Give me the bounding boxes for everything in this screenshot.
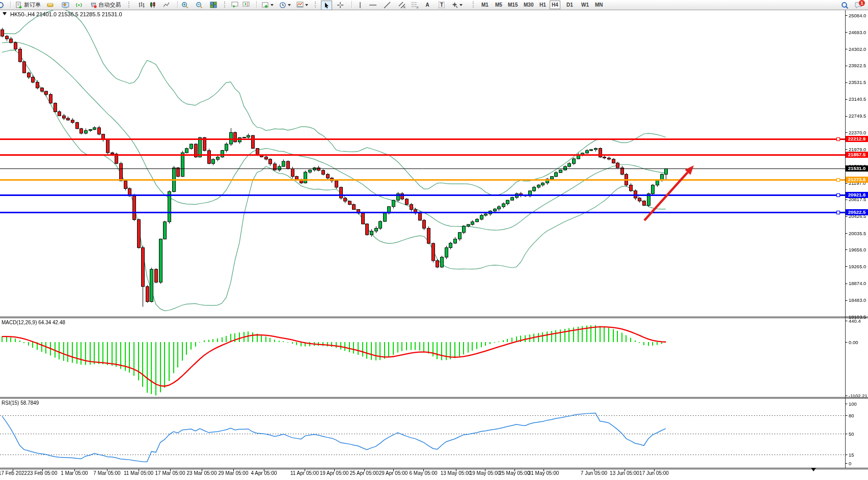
chat-button[interactable]: 1 [853,1,864,10]
zoom-out-button[interactable] [195,1,204,9]
zoom-out-icon [196,2,203,9]
auto-trading-label: 自动交易 [97,1,121,9]
vertical-line-icon [358,2,363,9]
trading-platform-window: 新订单 自动交易 [0,0,868,480]
trendline-tool-button[interactable] [382,1,392,9]
timeframe-button-h1[interactable]: H1 [537,1,548,9]
trendline-icon [384,2,391,9]
timeframe-button-m5[interactable]: M5 [493,1,504,9]
channel-tool-button[interactable]: E [396,1,408,9]
dropdown-arrow-icon [305,4,308,6]
text-label-tool-button[interactable]: T [437,1,446,9]
clock-icon [279,2,286,9]
auto-scroll-button[interactable] [230,1,239,9]
text-label-letter: T [439,2,445,8]
signal-icon [75,2,83,9]
timeframe-button-m15[interactable]: M15 [506,1,520,9]
timeframe-button-w1[interactable]: W1 [579,1,591,9]
chart-canvas[interactable] [0,0,868,480]
timeframe-button-d1[interactable]: D1 [564,1,575,9]
main-toolbar: 新订单 自动交易 [0,0,868,10]
arrows-tool-button[interactable] [450,1,464,9]
text-tool-letter: A [425,2,429,8]
timeframe-button-m1[interactable]: M1 [479,1,491,9]
history-center-button[interactable] [46,1,55,9]
timeframe-button-m30[interactable]: M30 [522,1,535,9]
gold-box-icon [47,2,54,8]
clipped-left-icon[interactable] [0,1,4,9]
vertical-line-tool-button[interactable] [356,1,365,9]
signals-button[interactable] [74,1,84,9]
bar-chart-mode-button[interactable] [137,1,146,9]
equidistant-channel-icon: E [398,2,406,9]
timeframe-button-mn[interactable]: MN [593,1,605,9]
chart-shift-icon [242,2,250,8]
add-indicator-icon [262,2,269,8]
crosshair-icon [337,2,344,9]
horizontal-line-icon [369,3,377,8]
terminal-person-icon [62,2,69,9]
zoom-in-button[interactable] [180,1,189,9]
line-chart-mode-button[interactable] [162,1,171,9]
arrows-shapes-icon [451,2,458,8]
cursor-icon [323,2,330,9]
new-order-icon [15,2,22,9]
tile-windows-button[interactable] [209,1,218,9]
channel-letter: E [403,6,405,9]
fibo-letter: F [417,6,419,9]
candlestick-mode-button[interactable] [148,1,157,9]
ohlc-bars-icon [138,2,145,8]
zoom-in-icon [181,2,188,9]
crosshair-tool-button[interactable] [335,1,345,9]
auto-trading-icon [90,2,97,9]
line-chart-icon [163,2,170,8]
horizontal-line-tool-button[interactable] [368,1,378,9]
dropdown-arrow-icon [270,4,274,6]
timeframe-button-h4[interactable]: H4 [550,1,560,9]
new-order-label: 新订单 [22,1,41,9]
dropdown-arrow-icon [459,4,463,6]
new-order-button[interactable]: 新订单 [13,1,43,9]
candlestick-icon [149,2,156,8]
auto-scroll-icon [231,2,238,8]
chat-badge: 1 [859,0,865,6]
indicators-menu-button[interactable] [261,1,274,9]
text-tool-button[interactable]: A [423,1,432,9]
search-button[interactable] [839,1,850,10]
fibonacci-tool-button[interactable]: F [410,1,421,9]
cursor-tool-button[interactable] [321,1,332,10]
strategy-tester-button[interactable] [61,1,70,9]
templates-menu-button[interactable] [295,1,309,9]
fibonacci-icon: F [411,2,419,9]
periods-menu-button[interactable] [278,1,291,9]
chart-shift-button[interactable] [241,1,251,9]
tile-windows-icon [210,2,217,8]
template-icon [296,2,304,8]
auto-trading-toggle[interactable]: 自动交易 [88,1,123,9]
search-icon [841,2,849,9]
dropdown-arrow-icon [288,4,291,6]
